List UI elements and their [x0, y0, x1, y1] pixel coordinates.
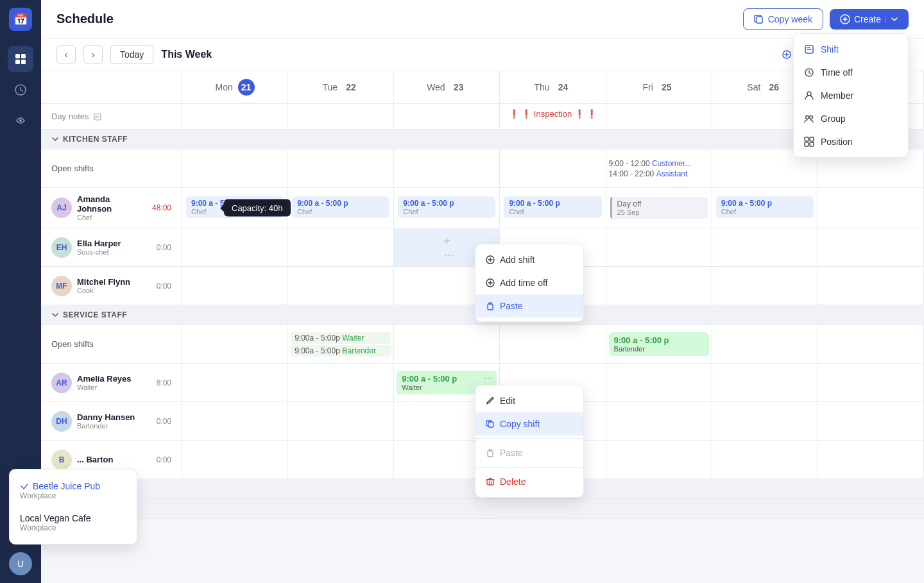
paste-item-edit[interactable]: Paste: [475, 441, 583, 464]
kitchen-open-wed[interactable]: [394, 149, 500, 188]
day-header-mon: Mon 21: [182, 71, 288, 104]
kitchen-open-fri[interactable]: 9:00 - 12:00 Customer... 14:00 - 22:00 A…: [606, 149, 712, 188]
amanda-avatar: AJ: [51, 198, 72, 218]
danny-info: Danny Hansen Bartender: [77, 412, 151, 430]
copy-week-button[interactable]: Copy week: [743, 8, 823, 30]
danny-mon[interactable]: [182, 402, 288, 441]
user-avatar[interactable]: U: [9, 552, 32, 575]
add-shift-plus[interactable]: +: [443, 234, 451, 249]
shift-dots-menu[interactable]: ⋯: [484, 373, 493, 384]
amanda-sun[interactable]: [818, 188, 924, 228]
workplace-beetle-juice[interactable]: Beetle Juice Pub Workplace: [10, 475, 137, 507]
amanda-sat-shift[interactable]: 9:00 a - 5:00 p Chef: [716, 196, 814, 218]
day-notes-mon[interactable]: [182, 104, 288, 130]
service-open-wed[interactable]: [394, 325, 500, 364]
amanda-tue-shift[interactable]: 9:00 a - 5:00 p Chef: [292, 196, 389, 218]
amanda-thu-shift[interactable]: 9:00 a - 5:00 p Chef: [504, 196, 601, 218]
ella-mon[interactable]: [182, 228, 288, 267]
amelia-sun[interactable]: [818, 364, 924, 402]
service-open-sun[interactable]: [818, 325, 924, 364]
delete-shift-item[interactable]: Delete: [475, 470, 583, 493]
service-open-fri[interactable]: 9:00 a - 5:00 p Bartender: [606, 325, 712, 364]
copy-shift-item[interactable]: Copy shift: [475, 412, 583, 435]
create-member-item[interactable]: Member: [794, 84, 908, 107]
create-shift-item[interactable]: Shift: [794, 38, 908, 61]
kitchen-open-thu[interactable]: [500, 149, 606, 188]
prev-week-button[interactable]: ‹: [56, 45, 76, 64]
calendar-area: Mon 21 Tue 22 Wed 23 Thu 24 Fri 25 Sat 2…: [41, 71, 924, 583]
svg-rect-26: [488, 304, 493, 310]
add-shift-icon: [486, 255, 495, 264]
sidebar-item-timeoff[interactable]: [8, 108, 33, 133]
amelia-tue[interactable]: [288, 364, 394, 402]
mitchel-sun[interactable]: [818, 267, 924, 305]
danny-tue[interactable]: [288, 402, 394, 441]
amanda-wed[interactable]: 9:00 a - 5:00 p Chef: [394, 188, 500, 228]
cell-options[interactable]: ⋯: [444, 249, 454, 261]
mitchel-tue[interactable]: [288, 267, 394, 305]
paste-item-add[interactable]: Paste: [475, 294, 583, 317]
mitchel-sat[interactable]: [712, 267, 818, 305]
barton-sat[interactable]: [712, 441, 818, 479]
danny-sat[interactable]: [712, 402, 818, 441]
ella-tue[interactable]: [288, 228, 394, 267]
amanda-tue[interactable]: 9:00 a - 5:00 p Chef: [288, 188, 394, 228]
ella-sat[interactable]: [712, 228, 818, 267]
service-open-mon[interactable]: [182, 325, 288, 364]
workplace-local-vegan[interactable]: Local Vegan Cafe Workplace: [10, 507, 137, 539]
kitchen-open-fri-shift1[interactable]: 9:00 - 12:00 Customer...: [609, 159, 709, 168]
service-open-thu[interactable]: [500, 325, 606, 364]
day-header-thu: Thu 24: [500, 71, 606, 104]
amelia-sat[interactable]: [712, 364, 818, 402]
amelia-mon[interactable]: [182, 364, 288, 402]
service-open-tue-shift2[interactable]: 9:00a - 5:00p Bartender: [291, 345, 391, 357]
sidebar-item-schedule[interactable]: [8, 46, 33, 72]
barton-mon[interactable]: [182, 441, 288, 479]
add-group-icon: [782, 50, 791, 59]
today-button[interactable]: Today: [110, 45, 153, 64]
day-number-fri: 25: [658, 79, 675, 96]
service-open-sat[interactable]: [712, 325, 818, 364]
barton-fri[interactable]: [606, 441, 712, 479]
kitchen-open-fri-shift2[interactable]: 14:00 - 22:00 Assistant: [609, 169, 709, 178]
service-open-fri-shift[interactable]: 9:00 a - 5:00 p Bartender: [609, 332, 709, 356]
kitchen-staff-section[interactable]: KITCHEN STAFF: [41, 130, 924, 149]
danny-fri[interactable]: [606, 402, 712, 441]
check-icon: [20, 482, 29, 491]
amanda-fri[interactable]: Day off 25 Sep: [606, 188, 712, 228]
amelia-hours: 8:00: [157, 378, 171, 387]
mitchel-fri[interactable]: [606, 267, 712, 305]
day-notes-tue[interactable]: [288, 104, 394, 130]
sidebar-item-time[interactable]: [8, 77, 33, 103]
amanda-thu[interactable]: 9:00 a - 5:00 p Chef: [500, 188, 606, 228]
add-time-off-item[interactable]: Add time off: [475, 271, 583, 294]
next-week-button[interactable]: ›: [83, 45, 103, 64]
barton-tue[interactable]: [288, 441, 394, 479]
danny-sun[interactable]: [818, 402, 924, 441]
barton-sun[interactable]: [818, 441, 924, 479]
create-button[interactable]: Create: [830, 9, 909, 30]
service-open-tue[interactable]: 9:00a - 5:00p Waiter 9:00a - 5:00p Barte…: [288, 325, 394, 364]
amanda-wed-shift[interactable]: 9:00 a - 5:00 p Chef: [398, 196, 495, 218]
bar-staff-section-2[interactable]: BAR STAFF: [41, 499, 924, 519]
create-time-off-item[interactable]: Time off: [794, 61, 908, 84]
mitchel-mon[interactable]: [182, 267, 288, 305]
kitchen-open-tue[interactable]: [288, 149, 394, 188]
amanda-sat[interactable]: 9:00 a - 5:00 p Chef: [712, 188, 818, 228]
create-dropdown-arrow[interactable]: [885, 15, 898, 23]
day-notes-fri[interactable]: [606, 104, 712, 130]
edit-shift-item[interactable]: Edit: [475, 389, 583, 412]
ella-fri[interactable]: [606, 228, 712, 267]
ella-sun[interactable]: [818, 228, 924, 267]
app-logo[interactable]: 📅: [9, 8, 32, 31]
service-open-tue-shift1[interactable]: 9:00a - 5:00p Waiter: [291, 332, 391, 344]
kitchen-open-mon[interactable]: [182, 149, 288, 188]
add-shift-item[interactable]: Add shift: [475, 248, 583, 271]
day-number-wed: 23: [450, 79, 467, 96]
create-group-item[interactable]: Group: [794, 107, 908, 130]
day-notes-thu[interactable]: ❗ ❗ Inspection ❗ ❗: [500, 104, 606, 130]
create-dropdown-menu: Shift Time off Member: [793, 33, 909, 158]
day-notes-wed[interactable]: [394, 104, 500, 130]
amelia-fri[interactable]: [606, 364, 712, 402]
create-position-item[interactable]: Position: [794, 130, 908, 153]
